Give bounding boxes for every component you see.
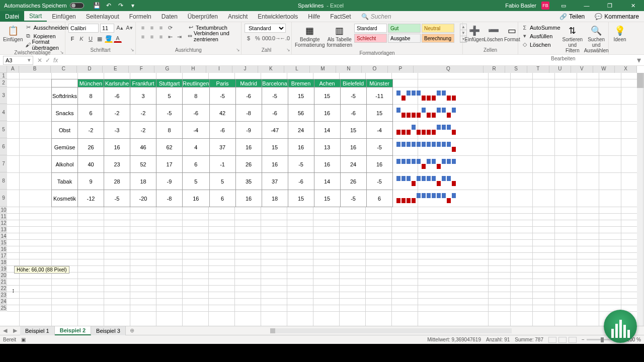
city-header[interactable]: Barcelona xyxy=(262,79,288,87)
data-cell[interactable]: -5 xyxy=(366,173,392,190)
row-header[interactable]: 20 xyxy=(0,272,7,279)
row-header[interactable]: 6 xyxy=(0,138,7,155)
horizontal-scrollbar[interactable] xyxy=(138,328,644,333)
cancel-formula-icon[interactable]: ✕ xyxy=(37,57,42,64)
data-cell[interactable]: -6 xyxy=(288,173,314,190)
ribbon-options-icon[interactable]: ▭ xyxy=(554,0,573,11)
paste-button[interactable]: 📋 Einfügen xyxy=(3,24,23,43)
data-cell[interactable]: 52 xyxy=(130,156,156,173)
align-middle-icon[interactable]: ≡ xyxy=(148,24,156,32)
row-header[interactable]: 5 xyxy=(0,121,7,138)
data-cell[interactable]: -3 xyxy=(104,122,130,139)
data-cell[interactable]: 5 xyxy=(156,87,183,105)
fill-color-icon[interactable]: 🪣 xyxy=(105,35,113,43)
data-cell[interactable]: 28 xyxy=(104,173,130,190)
data-cell[interactable]: 15 xyxy=(262,139,288,156)
data-cell[interactable]: 16 xyxy=(340,139,366,156)
row-label[interactable]: Softdrinks xyxy=(52,87,78,105)
city-header[interactable]: Bremen xyxy=(288,79,314,87)
data-cell[interactable]: -1 xyxy=(209,156,235,173)
row-header[interactable]: 1 xyxy=(0,73,7,79)
insert-cells-button[interactable]: ➕Einfügen xyxy=(466,24,483,43)
sheet-nav-next-icon[interactable]: ▶ xyxy=(10,327,20,334)
delete-cells-button[interactable]: ➖Löschen xyxy=(485,24,502,43)
share-button[interactable]: 🔗Teilen xyxy=(554,11,590,22)
align-left-icon[interactable]: ≡ xyxy=(139,33,147,41)
col-header[interactable]: M xyxy=(310,66,336,73)
data-cell[interactable]: 14 xyxy=(314,122,340,139)
dialog-launcher-icon[interactable]: ↘ xyxy=(286,47,290,52)
sparkline[interactable] xyxy=(393,87,459,104)
data-cell[interactable]: 16 xyxy=(366,156,392,173)
data-cell[interactable]: -6 xyxy=(340,105,366,122)
row-header[interactable]: 11 xyxy=(0,213,7,220)
data-cell[interactable]: 16 xyxy=(104,139,130,156)
data-cell[interactable]: 6 xyxy=(366,190,392,207)
merge-center-button[interactable]: ⇔Verbinden und zentrieren xyxy=(187,32,238,40)
macro-record-icon[interactable]: ▣ xyxy=(21,337,26,342)
data-cell[interactable]: 16 xyxy=(235,190,262,207)
ideas-button[interactable]: 💡Ideen xyxy=(612,24,628,43)
city-header[interactable]: Stuttgart xyxy=(156,79,183,87)
row-header[interactable]: 15 xyxy=(0,239,7,246)
data-cell[interactable]: -12 xyxy=(78,190,104,207)
col-header[interactable]: P xyxy=(388,66,414,73)
data-cell[interactable]: 26 xyxy=(78,139,104,156)
fx-icon[interactable]: fx xyxy=(53,57,58,64)
comma-icon[interactable]: 000 xyxy=(263,34,271,42)
tab-seitenlayout[interactable]: Seitenlayout xyxy=(81,11,124,22)
data-cell[interactable]: -2 xyxy=(78,122,104,139)
sparkline[interactable] xyxy=(393,190,459,206)
qat-custom-icon[interactable]: ▾ xyxy=(129,2,136,9)
autosave-toggle[interactable] xyxy=(70,3,84,9)
row-header[interactable]: 23 xyxy=(0,292,7,298)
tab-start[interactable]: Start xyxy=(24,11,47,22)
data-cell[interactable]: 18 xyxy=(130,173,156,190)
comments-button[interactable]: 💬Kommentare xyxy=(590,11,644,22)
data-cell[interactable]: 56 xyxy=(288,105,314,122)
data-cell[interactable]: 5 xyxy=(209,173,235,190)
data-cell[interactable]: 5 xyxy=(183,173,210,190)
data-cell[interactable]: -4 xyxy=(183,122,210,139)
dialog-launcher-icon[interactable]: ↘ xyxy=(236,47,240,52)
font-name-select[interactable] xyxy=(68,24,99,33)
find-select-button[interactable]: 🔍Suchen und Auswählen xyxy=(585,24,608,54)
decrease-font-icon[interactable]: A▾ xyxy=(125,24,133,32)
data-cell[interactable]: 9 xyxy=(78,173,104,190)
data-cell[interactable]: -47 xyxy=(262,122,288,139)
data-cell[interactable]: 37 xyxy=(262,173,288,190)
data-cell[interactable]: -5 xyxy=(156,105,183,122)
city-header[interactable]: Frankfurt xyxy=(130,79,156,87)
indent-decrease-icon[interactable]: ⇤ xyxy=(166,33,174,41)
data-cell[interactable]: 40 xyxy=(78,156,104,173)
data-cell[interactable]: 16 xyxy=(183,190,210,207)
row-headers[interactable]: 1234567891011121314151617181920212223242… xyxy=(0,73,7,311)
row-header[interactable]: 9 xyxy=(0,190,7,207)
data-cell[interactable]: -6 xyxy=(104,87,130,105)
sparkline[interactable] xyxy=(393,139,459,155)
row-label[interactable]: Snacks xyxy=(52,105,78,122)
data-cell[interactable]: -5 xyxy=(104,190,130,207)
cut-button[interactable]: ✂Ausschneiden xyxy=(25,24,68,31)
col-header[interactable]: C xyxy=(51,66,77,73)
percent-icon[interactable]: % xyxy=(254,34,262,42)
data-cell[interactable]: 16 xyxy=(314,105,340,122)
col-header[interactable]: R xyxy=(484,66,506,73)
cell-styles-gallery[interactable]: Standard Gut Neutral Schlecht Ausgabe Be… xyxy=(354,24,460,43)
data-cell[interactable]: 16 xyxy=(314,156,340,173)
indent-increase-icon[interactable]: ⇥ xyxy=(175,33,183,41)
worksheet-grid[interactable]: ABCDEFGHIJKLMNOPQRSTUVWX 123456789101112… xyxy=(0,66,644,326)
conditional-format-button[interactable]: ▦Bedingte Formatierung xyxy=(295,24,325,49)
city-header[interactable]: Achen xyxy=(314,79,340,87)
col-header[interactable]: B xyxy=(19,66,51,73)
format-cells-button[interactable]: ▭Format xyxy=(504,24,520,43)
sheet-tab[interactable]: Beispiel 2 xyxy=(55,326,91,335)
data-cell[interactable]: 16 xyxy=(235,139,262,156)
save-icon[interactable]: 💾 xyxy=(93,2,100,9)
data-cell[interactable]: 23 xyxy=(104,156,130,173)
data-cell[interactable]: 18 xyxy=(262,190,288,207)
row-header[interactable]: 17 xyxy=(0,252,7,259)
data-cell[interactable]: 6 xyxy=(183,156,210,173)
format-painter-button[interactable]: 🖌Format übertragen xyxy=(25,41,68,48)
row-header[interactable]: 3 xyxy=(0,87,7,104)
